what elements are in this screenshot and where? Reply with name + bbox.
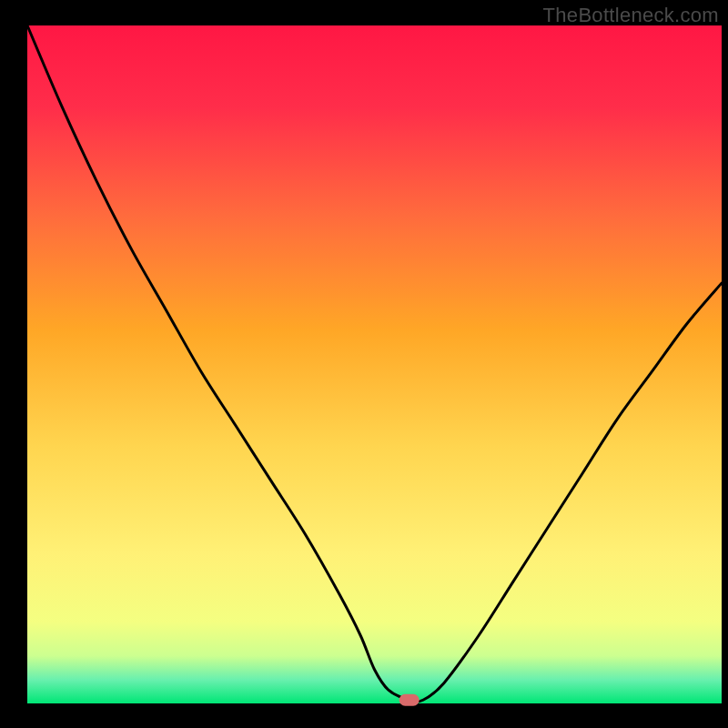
watermark-text: TheBottleneck.com [543, 4, 719, 27]
plot-background [27, 25, 722, 703]
optimal-marker [399, 694, 420, 706]
chart-container: TheBottleneck.com [0, 0, 728, 728]
bottleneck-chart [0, 0, 728, 728]
